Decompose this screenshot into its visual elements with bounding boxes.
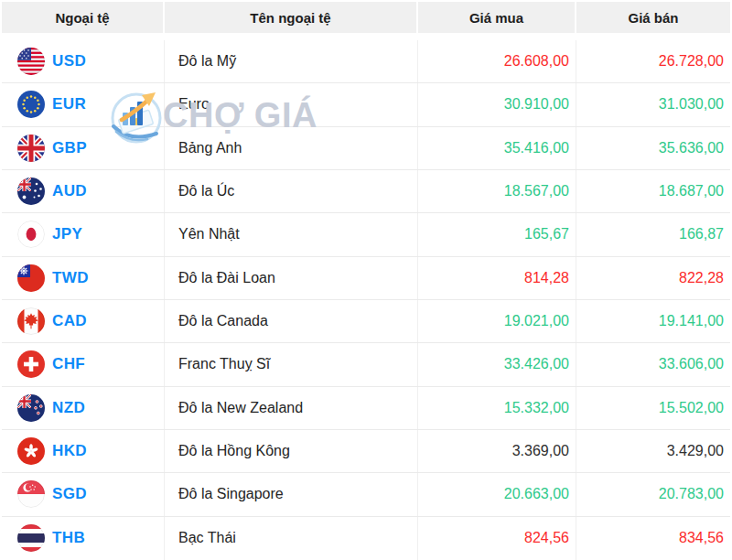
eu-flag-icon [17, 91, 45, 118]
currency-name: Bảng Anh [165, 127, 418, 169]
buy-price: 19.021,00 [418, 300, 576, 342]
currency-code[interactable]: HKD [52, 442, 87, 460]
currency-cell: TWD [2, 257, 165, 299]
table-row: JPY Yên Nhật 165,67 166,87 [2, 213, 730, 256]
buy-price: 18.567,00 [418, 170, 576, 212]
sell-price: 3.429,00 [576, 430, 730, 472]
tw-flag-icon [17, 264, 45, 292]
table-row: SGD Đô la Singapore 20.663,00 20.783,00 [2, 473, 730, 516]
currency-cell: USD [2, 40, 165, 82]
column-header-currency-name: Tên ngoại tệ [165, 2, 418, 33]
currency-name: Đô la Úc [165, 170, 418, 212]
currency-name: Yên Nhật [165, 213, 418, 255]
currency-cell: THB [2, 517, 165, 560]
currency-code[interactable]: CHF [52, 355, 85, 373]
hk-flag-icon [17, 437, 45, 465]
buy-price: 3.369,00 [418, 430, 576, 472]
sell-price: 166,87 [576, 213, 730, 255]
currency-cell: SGD [2, 473, 165, 515]
buy-price: 26.608,00 [418, 40, 576, 82]
currency-code[interactable]: EUR [52, 95, 86, 113]
currency-name: Đô la Canada [165, 300, 418, 342]
currency-cell: EUR [2, 83, 165, 125]
table-row: HKD Đô la Hồng Kông 3.369,00 3.429,00 [2, 430, 730, 473]
table-header: Ngoại tệ Tên ngoại tệ Giá mua Giá bán [2, 2, 730, 33]
currency-code[interactable]: THB [52, 529, 85, 547]
buy-price: 15.332,00 [418, 387, 576, 429]
currency-cell: AUD [2, 170, 165, 212]
currency-code[interactable]: AUD [52, 182, 87, 200]
buy-price: 33.426,00 [418, 343, 576, 385]
jp-flag-icon [17, 221, 45, 248]
ca-flag-icon [17, 307, 45, 335]
table-row: GBP Bảng Anh 35.416,00 35.636,00 [2, 127, 730, 170]
currency-cell: CHF [2, 343, 165, 385]
currency-code[interactable]: GBP [52, 139, 87, 157]
table-body: USD Đô la Mỹ 26.608,00 26.728,00 EUR Eur… [2, 40, 730, 560]
currency-name: Euro [165, 83, 418, 125]
ch-flag-icon [17, 350, 45, 378]
buy-price: 30.910,00 [418, 83, 576, 125]
currency-code[interactable]: USD [52, 52, 86, 70]
currency-cell: GBP [2, 127, 165, 169]
column-header-buy-price: Giá mua [418, 2, 576, 33]
currency-code[interactable]: JPY [52, 225, 82, 243]
currency-code[interactable]: CAD [52, 312, 87, 330]
currency-name: Đô la New Zealand [165, 387, 418, 429]
sell-price: 20.783,00 [576, 473, 730, 515]
us-flag-icon [17, 48, 45, 75]
currency-cell: JPY [2, 213, 165, 255]
buy-price: 35.416,00 [418, 127, 576, 169]
currency-code[interactable]: NZD [52, 399, 85, 417]
column-header-sell-price: Giá bán [576, 2, 730, 33]
th-flag-icon [17, 524, 45, 552]
table-row: CHF Franc Thuỵ Sĩ 33.426,00 33.606,00 [2, 343, 730, 386]
sell-price: 31.030,00 [576, 83, 730, 125]
sell-price: 834,56 [576, 517, 730, 560]
table-row: TWD Đô la Đài Loan 814,28 822,28 [2, 257, 730, 300]
currency-name: Đô la Singapore [165, 473, 418, 515]
table-row: EUR Euro 30.910,00 31.030,00 [2, 83, 730, 126]
sell-price: 33.606,00 [576, 343, 730, 385]
table-row: NZD Đô la New Zealand 15.332,00 15.502,0… [2, 387, 730, 430]
buy-price: 824,56 [418, 517, 576, 560]
currency-name: Đô la Hồng Kông [165, 430, 418, 472]
buy-price: 20.663,00 [418, 473, 576, 515]
currency-cell: HKD [2, 430, 165, 472]
currency-code[interactable]: TWD [52, 269, 89, 287]
sell-price: 18.687,00 [576, 170, 730, 212]
table-row: AUD Đô la Úc 18.567,00 18.687,00 [2, 170, 730, 213]
table-row: THB Bạc Thái 824,56 834,56 [2, 517, 730, 560]
buy-price: 165,67 [418, 213, 576, 255]
gb-flag-icon [17, 135, 45, 162]
currency-cell: CAD [2, 300, 165, 342]
exchange-rate-table: Ngoại tệ Tên ngoại tệ Giá mua Giá bán U [0, 0, 732, 560]
sg-flag-icon [17, 480, 45, 508]
currency-code[interactable]: SGD [52, 485, 87, 503]
currency-cell: NZD [2, 387, 165, 429]
column-header-currency: Ngoại tệ [2, 2, 165, 33]
sell-price: 15.502,00 [576, 387, 730, 429]
buy-price: 814,28 [418, 257, 576, 299]
sell-price: 35.636,00 [576, 127, 730, 169]
currency-name: Đô la Mỹ [165, 40, 418, 82]
sell-price: 822,28 [576, 257, 730, 299]
sell-price: 19.141,00 [576, 300, 730, 342]
table-row: USD Đô la Mỹ 26.608,00 26.728,00 [2, 40, 730, 83]
currency-name: Franc Thuỵ Sĩ [165, 343, 418, 385]
sell-price: 26.728,00 [576, 40, 730, 82]
au-flag-icon [17, 178, 45, 205]
currency-name: Bạc Thái [165, 517, 418, 560]
table-row: CAD Đô la Canada 19.021,00 19.141,00 [2, 300, 730, 343]
currency-name: Đô la Đài Loan [165, 257, 418, 299]
nz-flag-icon [17, 394, 45, 422]
